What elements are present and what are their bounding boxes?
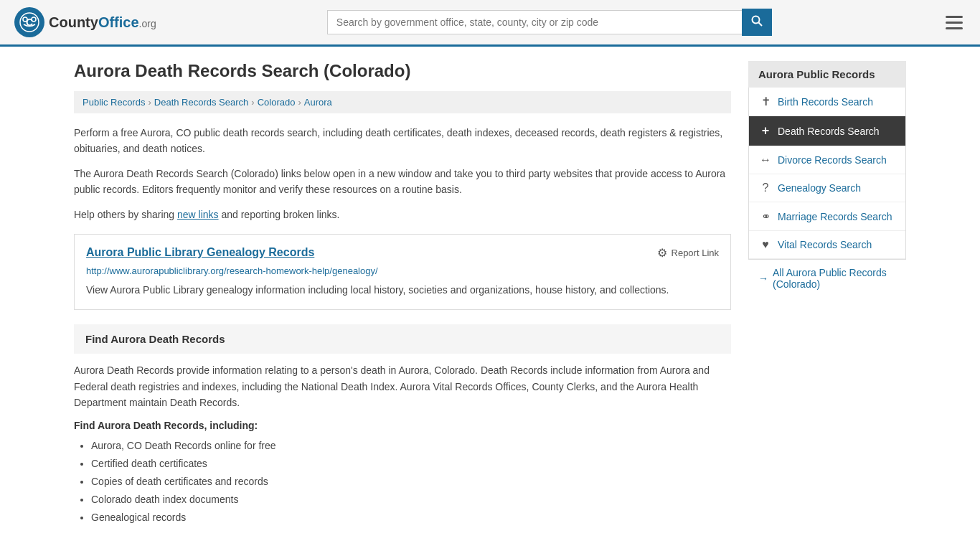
breadcrumb-death-records[interactable]: Death Records Search <box>154 97 249 108</box>
new-links-link[interactable]: new links <box>177 209 219 220</box>
sidebar-item-label: Death Records Search <box>778 126 880 137</box>
arrow-icon: → <box>758 273 768 284</box>
record-url[interactable]: http://www.aurorapubliclibrary.org/resea… <box>86 265 719 276</box>
svg-point-4 <box>752 17 759 24</box>
logo-icon: C <box>14 7 44 37</box>
main-container: Aurora Death Records Search (Colorado) P… <box>60 47 920 541</box>
sidebar-item-divorce-records[interactable]: ↔ Divorce Records Search <box>749 146 905 174</box>
sidebar-item-label: Marriage Records Search <box>778 211 892 222</box>
report-link-label: Report Link <box>672 248 719 258</box>
sidebar-item-label: Birth Records Search <box>778 96 873 108</box>
sidebar-item-label: Genealogy Search <box>778 182 861 194</box>
sidebar-item-vital-records[interactable]: ♥ Vital Records Search <box>749 231 905 259</box>
list-item: Copies of death certificates and records <box>91 473 731 491</box>
search-bar <box>327 9 772 36</box>
find-body-text: Aurora Death Records provide information… <box>74 362 731 410</box>
search-button[interactable] <box>742 9 772 36</box>
breadcrumb-aurora[interactable]: Aurora <box>304 97 332 108</box>
sidebar-item-birth-records[interactable]: ✝ Birth Records Search <box>749 88 905 116</box>
sidebar-title: Aurora Public Records <box>748 61 906 88</box>
svg-line-5 <box>758 23 762 27</box>
find-list: Aurora, CO Death Records online for free… <box>74 437 731 527</box>
sidebar-item-death-records[interactable]: + Death Records Search <box>749 116 905 146</box>
record-description: View Aurora Public Library genealogy inf… <box>86 282 719 298</box>
vital-icon: ♥ <box>759 238 772 251</box>
birth-icon: ✝ <box>759 95 772 108</box>
breadcrumb-public-records[interactable]: Public Records <box>83 97 145 108</box>
all-records-label[interactable]: All Aurora Public Records (Colorado) <box>773 267 896 290</box>
sidebar-item-label: Vital Records Search <box>778 239 872 250</box>
logo-area: C CountyOffice.org <box>14 7 156 37</box>
find-section-header: Find Aurora Death Records <box>74 324 731 354</box>
sidebar-nav: ✝ Birth Records Search + Death Records S… <box>748 88 906 260</box>
description-section: Perform a free Aurora, CO public death r… <box>74 125 731 222</box>
sidebar-item-marriage-records[interactable]: ⚭ Marriage Records Search <box>749 202 905 231</box>
content-area: Aurora Death Records Search (Colorado) P… <box>74 61 731 527</box>
hamburger-menu[interactable] <box>943 13 966 32</box>
sidebar: Aurora Public Records ✝ Birth Records Se… <box>748 61 906 527</box>
death-icon: + <box>759 123 772 138</box>
breadcrumb: Public Records › Death Records Search › … <box>74 91 731 113</box>
page-title: Aurora Death Records Search (Colorado) <box>74 61 731 81</box>
find-list-heading: Find Aurora Death Records, including: <box>74 420 731 431</box>
report-link-button[interactable]: ⚙ Report Link <box>657 246 719 260</box>
sidebar-item-label: Divorce Records Search <box>778 154 887 166</box>
all-records-link[interactable]: → All Aurora Public Records (Colorado) <box>748 260 906 297</box>
find-section-body: Aurora Death Records provide information… <box>74 354 731 527</box>
description-para2: The Aurora Death Records Search (Colorad… <box>74 166 731 198</box>
list-item: Genealogical records <box>91 509 731 527</box>
search-input[interactable] <box>327 10 742 34</box>
description-para3: Help others by sharing new links and rep… <box>74 207 731 222</box>
report-icon: ⚙ <box>657 246 667 260</box>
list-item: Certified death certificates <box>91 455 731 473</box>
find-section-title: Find Aurora Death Records <box>85 333 720 345</box>
sidebar-item-genealogy[interactable]: ? Genealogy Search <box>749 174 905 202</box>
site-header: C CountyOffice.org <box>0 0 980 47</box>
marriage-icon: ⚭ <box>759 209 772 223</box>
breadcrumb-colorado[interactable]: Colorado <box>258 97 296 108</box>
logo-text: CountyOffice.org <box>49 14 156 31</box>
divorce-icon: ↔ <box>759 154 772 166</box>
genealogy-icon: ? <box>759 182 772 194</box>
list-item: Aurora, CO Death Records online for free <box>91 437 731 455</box>
description-para1: Perform a free Aurora, CO public death r… <box>74 125 731 157</box>
record-title[interactable]: Aurora Public Library Genealogy Records <box>86 246 314 259</box>
record-card: Aurora Public Library Genealogy Records … <box>74 234 731 310</box>
list-item: Colorado death index documents <box>91 491 731 509</box>
record-card-header: Aurora Public Library Genealogy Records … <box>86 246 719 260</box>
